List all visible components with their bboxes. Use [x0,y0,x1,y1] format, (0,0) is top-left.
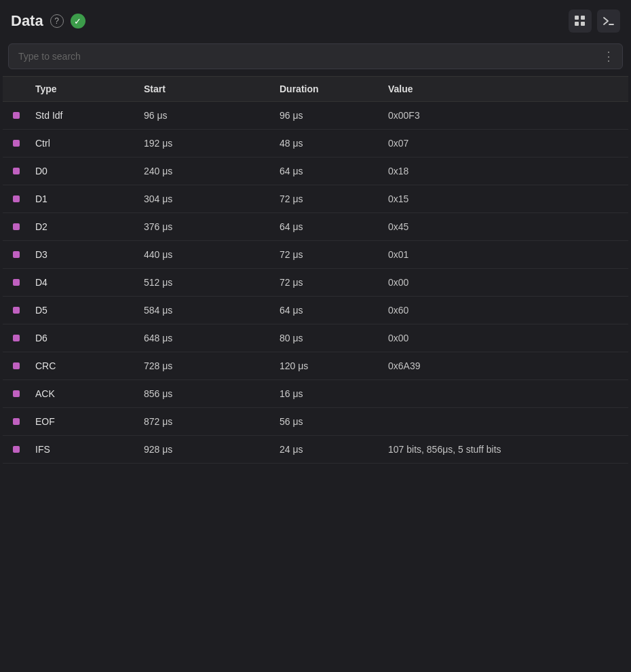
row-indicator [3,195,30,202]
table-header: Type Start Duration Value [3,77,628,102]
cell-start: 240 μs [138,166,274,176]
cell-value: 0x45 [383,221,628,232]
status-icon: ✓ [71,14,85,29]
svg-rect-1 [581,16,585,20]
table-row[interactable]: CRC 728 μs 120 μs 0x6A39 [3,352,628,380]
row-indicator [3,223,30,230]
cell-start: 376 μs [138,221,274,232]
color-dot [13,446,20,453]
row-indicator [3,112,30,119]
row-indicator [3,446,30,453]
cell-duration: 96 μs [274,110,383,121]
color-dot [13,279,20,286]
data-table: Type Start Duration Value Std Idf 96 μs … [3,76,628,464]
cell-value: 107 bits, 856μs, 5 stuff bits [383,444,628,455]
cell-start: 96 μs [138,110,274,121]
col-start: Start [138,83,274,94]
grid-view-button[interactable] [569,10,592,33]
cell-type: EOF [30,416,138,427]
header-left: Data ? ✓ [11,12,85,30]
col-type: Type [30,83,138,94]
cell-type: D5 [30,305,138,316]
cell-duration: 64 μs [274,305,383,316]
cell-duration: 72 μs [274,249,383,260]
table-row[interactable]: D1 304 μs 72 μs 0x15 [3,185,628,213]
page-title: Data [11,12,43,30]
cell-value: 0x60 [383,305,628,316]
cell-start: 192 μs [138,138,274,149]
svg-rect-2 [575,22,579,26]
cell-duration: 56 μs [274,416,383,427]
cell-type: Ctrl [30,138,138,149]
cell-type: D0 [30,166,138,176]
color-dot [13,418,20,425]
cell-value: 0x18 [383,166,628,176]
table-row[interactable]: ACK 856 μs 16 μs [3,380,628,408]
color-dot [13,390,20,397]
cell-duration: 64 μs [274,166,383,176]
color-dot [13,140,20,147]
row-indicator [3,335,30,341]
cell-type: D6 [30,333,138,343]
color-dot [13,335,20,341]
cell-type: ACK [30,388,138,399]
cell-start: 728 μs [138,360,274,371]
cell-duration: 64 μs [274,221,383,232]
cell-value: 0x00 [383,277,628,288]
row-indicator [3,279,30,286]
table-row[interactable]: EOF 872 μs 56 μs [3,408,628,436]
search-input[interactable] [8,43,623,69]
table-row[interactable]: D6 648 μs 80 μs 0x00 [3,324,628,352]
cell-duration: 72 μs [274,193,383,204]
terminal-icon [603,16,615,26]
header-right [569,10,620,33]
cell-value: 0x07 [383,138,628,149]
table-row[interactable]: Ctrl 192 μs 48 μs 0x07 [3,130,628,157]
table-row[interactable]: D2 376 μs 64 μs 0x45 [3,213,628,241]
cell-type: IFS [30,444,138,455]
cell-duration: 120 μs [274,360,383,371]
cell-start: 928 μs [138,444,274,455]
cell-start: 440 μs [138,249,274,260]
cell-type: D1 [30,193,138,204]
table-row[interactable]: IFS 928 μs 24 μs 107 bits, 856μs, 5 stuf… [3,436,628,464]
row-indicator [3,251,30,258]
table-row[interactable]: D4 512 μs 72 μs 0x00 [3,269,628,297]
cell-value: 0x00 [383,333,628,343]
cell-start: 856 μs [138,388,274,399]
cell-duration: 80 μs [274,333,383,343]
cell-start: 304 μs [138,193,274,204]
row-indicator [3,362,30,369]
cell-type: D3 [30,249,138,260]
row-indicator [3,168,30,174]
color-dot [13,251,20,258]
cell-duration: 72 μs [274,277,383,288]
terminal-button[interactable] [597,10,620,33]
svg-rect-0 [575,16,579,20]
grid-icon [574,15,586,27]
row-indicator [3,390,30,397]
cell-start: 872 μs [138,416,274,427]
color-dot [13,223,20,230]
cell-type: Std Idf [30,110,138,121]
cell-value: 0x01 [383,249,628,260]
table-row[interactable]: D3 440 μs 72 μs 0x01 [3,241,628,269]
cell-duration: 48 μs [274,138,383,149]
help-icon[interactable]: ? [50,14,64,28]
cell-type: CRC [30,360,138,371]
cell-type: D4 [30,277,138,288]
cell-value: 0x15 [383,193,628,204]
table-row[interactable]: Std Idf 96 μs 96 μs 0x00F3 [3,102,628,130]
cell-start: 512 μs [138,277,274,288]
table-row[interactable]: D5 584 μs 64 μs 0x60 [3,297,628,324]
table-row[interactable]: D0 240 μs 64 μs 0x18 [3,157,628,185]
row-indicator [3,307,30,314]
more-options-icon[interactable]: ⋮ [603,49,615,64]
cell-start: 648 μs [138,333,274,343]
col-indicator [3,83,30,94]
cell-duration: 16 μs [274,388,383,399]
svg-rect-3 [581,22,585,26]
color-dot [13,168,20,174]
cell-type: D2 [30,221,138,232]
table-body: Std Idf 96 μs 96 μs 0x00F3 Ctrl 192 μs 4… [3,102,628,464]
